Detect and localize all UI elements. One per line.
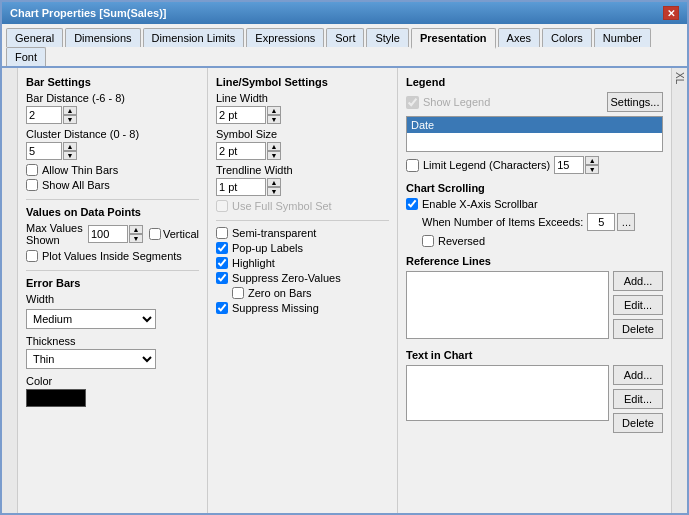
left-panel [2, 68, 18, 513]
reversed-row: Reversed [422, 235, 663, 247]
reversed-checkbox[interactable] [422, 235, 434, 247]
tab-axes[interactable]: Axes [498, 28, 540, 47]
limit-legend-checkbox[interactable] [406, 159, 419, 172]
ref-add-button[interactable]: Add... [613, 271, 663, 291]
suppress-missing-label: Suppress Missing [232, 302, 319, 314]
error-bars-title: Error Bars [26, 277, 199, 289]
use-full-symbol-checkbox[interactable] [216, 200, 228, 212]
symbol-size-up[interactable]: ▲ [267, 142, 281, 151]
trendline-up[interactable]: ▲ [267, 178, 281, 187]
error-width-dropdown[interactable]: Medium Thin Thick [26, 309, 156, 329]
column-3: Legend Show Legend Settings... Date Limi… [398, 68, 671, 513]
use-full-symbol-label: Use Full Symbol Set [232, 200, 332, 212]
dots-button[interactable]: … [617, 213, 635, 231]
tab-dimension-limits[interactable]: Dimension Limits [143, 28, 245, 47]
allow-thin-bars-checkbox[interactable] [26, 164, 38, 176]
show-all-bars-checkbox[interactable] [26, 179, 38, 191]
values-title: Values on Data Points [26, 206, 199, 218]
limit-down[interactable]: ▼ [585, 165, 599, 174]
suppress-missing-row: Suppress Missing [216, 302, 389, 314]
reversed-label: Reversed [438, 235, 485, 247]
suppress-missing-checkbox[interactable] [216, 302, 228, 314]
limit-legend-arrows: ▲ ▼ [585, 156, 599, 174]
tab-colors[interactable]: Colors [542, 28, 592, 47]
chart-scrolling-section: Chart Scrolling Enable X-Axis Scrollbar … [406, 182, 663, 247]
tab-presentation[interactable]: Presentation [411, 28, 496, 49]
show-legend-checkbox[interactable] [406, 96, 419, 109]
main-content: Bar Settings Bar Distance (-6 - 8) 2 ▲ ▼… [18, 68, 671, 513]
column-1: Bar Settings Bar Distance (-6 - 8) 2 ▲ ▼… [18, 68, 208, 513]
thickness-dropdown[interactable]: Thin Medium Thick [26, 349, 156, 369]
vertical-label: Vertical [163, 228, 199, 240]
plot-values-checkbox[interactable] [26, 250, 38, 262]
column-2: Line/Symbol Settings Line Width ▲ ▼ Symb… [208, 68, 398, 513]
limit-legend-field[interactable] [554, 156, 584, 174]
max-values-field[interactable] [88, 225, 128, 243]
tab-expressions[interactable]: Expressions [246, 28, 324, 47]
bar-distance-field[interactable]: 2 [26, 106, 62, 124]
semi-transparent-checkbox[interactable] [216, 227, 228, 239]
items-exceeds-label: When Number of Items Exceeds: [422, 216, 583, 228]
symbol-size-label: Symbol Size [216, 128, 389, 140]
zero-on-bars-checkbox[interactable] [232, 287, 244, 299]
line-symbol-section: Line/Symbol Settings Line Width ▲ ▼ Symb… [216, 76, 389, 212]
vertical-checkbox[interactable] [149, 228, 161, 240]
legend-item-date: Date [407, 117, 662, 133]
show-legend-row: Show Legend Settings... [406, 92, 663, 112]
line-width-input: ▲ ▼ [216, 106, 389, 124]
tab-font[interactable]: Font [6, 47, 46, 66]
bar-distance-label: Bar Distance (-6 - 8) [26, 92, 199, 104]
color-picker[interactable] [26, 389, 86, 407]
cluster-distance-field[interactable]: 5 [26, 142, 62, 160]
suppress-zero-checkbox[interactable] [216, 272, 228, 284]
text-edit-button[interactable]: Edit... [613, 389, 663, 409]
text-chart-buttons: Add... Edit... Delete [613, 365, 663, 435]
max-up[interactable]: ▲ [129, 225, 143, 234]
cluster-down[interactable]: ▼ [63, 151, 77, 160]
bar-distance-down[interactable]: ▼ [63, 115, 77, 124]
symbol-size-field[interactable] [216, 142, 266, 160]
reference-lines-title: Reference Lines [406, 255, 663, 267]
ref-line-buttons: Add... Edit... Delete [613, 271, 663, 341]
cluster-up[interactable]: ▲ [63, 142, 77, 151]
tab-style[interactable]: Style [366, 28, 408, 47]
line-width-up[interactable]: ▲ [267, 106, 281, 115]
text-add-button[interactable]: Add... [613, 365, 663, 385]
popup-labels-checkbox[interactable] [216, 242, 228, 254]
semi-transparent-row: Semi-transparent [216, 227, 389, 239]
show-legend-label: Show Legend [423, 96, 490, 108]
divider-1 [26, 199, 199, 200]
line-width-down[interactable]: ▼ [267, 115, 281, 124]
bar-distance-up[interactable]: ▲ [63, 106, 77, 115]
ref-edit-button[interactable]: Edit... [613, 295, 663, 315]
use-full-symbol-row: Use Full Symbol Set [216, 200, 389, 212]
tab-number[interactable]: Number [594, 28, 651, 47]
trendline-width-input: ▲ ▼ [216, 178, 389, 196]
text-chart-list [406, 365, 609, 421]
error-width-row: Width [26, 293, 199, 305]
options-section: Semi-transparent Pop-up Labels Highlight… [216, 227, 389, 314]
tab-dimensions[interactable]: Dimensions [65, 28, 140, 47]
line-width-field[interactable] [216, 106, 266, 124]
enable-scrollbar-checkbox[interactable] [406, 198, 418, 210]
items-exceeds-field[interactable] [587, 213, 615, 231]
limit-up[interactable]: ▲ [585, 156, 599, 165]
show-all-bars-row: Show All Bars [26, 179, 199, 191]
bar-distance-arrows: ▲ ▼ [63, 106, 77, 124]
max-down[interactable]: ▼ [129, 234, 143, 243]
divider-2 [26, 270, 199, 271]
tab-general[interactable]: General [6, 28, 63, 47]
text-delete-button[interactable]: Delete [613, 413, 663, 433]
symbol-size-down[interactable]: ▼ [267, 151, 281, 160]
settings-button[interactable]: Settings... [607, 92, 663, 112]
ref-delete-button[interactable]: Delete [613, 319, 663, 339]
trendline-down[interactable]: ▼ [267, 187, 281, 196]
close-button[interactable]: ✕ [663, 6, 679, 20]
trendline-width-field[interactable] [216, 178, 266, 196]
line-width-label: Line Width [216, 92, 389, 104]
show-all-bars-label: Show All Bars [42, 179, 110, 191]
suppress-zero-label: Suppress Zero-Values [232, 272, 341, 284]
limit-legend-row: Limit Legend (Characters) ▲ ▼ [406, 156, 663, 174]
tab-sort[interactable]: Sort [326, 28, 364, 47]
highlight-checkbox[interactable] [216, 257, 228, 269]
